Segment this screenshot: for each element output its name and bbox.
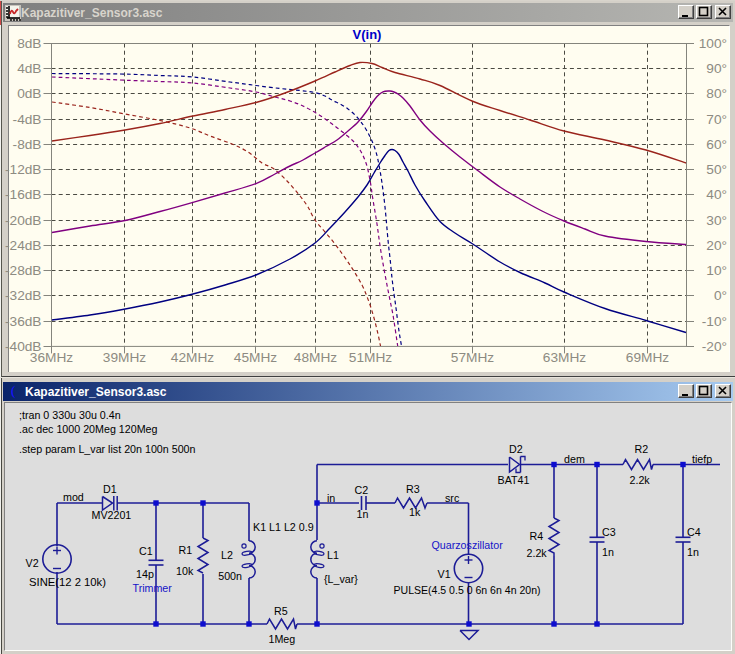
svg-text:C2: C2: [355, 484, 369, 496]
svg-text:1Meg: 1Meg: [269, 633, 296, 645]
svg-text:R3: R3: [406, 483, 420, 495]
svg-text:;tran 0 330u 30u 0.4n: ;tran 0 330u 30u 0.4n: [19, 409, 121, 421]
svg-text:1k: 1k: [409, 506, 421, 518]
svg-text:1n: 1n: [602, 546, 614, 558]
svg-text:mod: mod: [63, 491, 84, 503]
svg-text:1n: 1n: [357, 508, 369, 520]
svg-text:L2: L2: [221, 549, 233, 561]
svg-text:dem: dem: [564, 453, 585, 465]
svg-text:C1: C1: [139, 545, 153, 557]
svg-text:{L_var}: {L_var}: [324, 573, 358, 585]
svg-text:L1: L1: [327, 549, 339, 561]
svg-text:Trimmer: Trimmer: [133, 582, 173, 594]
svg-text:K1 L1 L2 0.9: K1 L1 L2 0.9: [253, 521, 314, 533]
svg-text:R2: R2: [635, 443, 649, 455]
svg-text:in: in: [327, 492, 335, 504]
svg-text:MV2201: MV2201: [92, 509, 132, 521]
svg-text:D1: D1: [103, 483, 117, 495]
svg-text:14p: 14p: [136, 568, 154, 580]
svg-text:1n: 1n: [687, 546, 699, 558]
svg-text:.step param L_var list 20n 100: .step param L_var list 20n 100n 500n: [19, 443, 196, 455]
svg-text:500n: 500n: [218, 570, 242, 582]
svg-text:C4: C4: [687, 526, 701, 538]
svg-text:V2: V2: [26, 557, 39, 569]
svg-text:R1: R1: [179, 544, 193, 556]
svg-text:V1: V1: [438, 568, 451, 580]
svg-text:2.2k: 2.2k: [527, 547, 548, 559]
svg-text:src: src: [445, 492, 460, 504]
svg-text:10k: 10k: [176, 565, 194, 577]
svg-text:C3: C3: [602, 526, 616, 538]
svg-text:R4: R4: [530, 530, 544, 542]
svg-text:.ac dec 1000 20Meg 120Meg: .ac dec 1000 20Meg 120Meg: [19, 423, 157, 435]
svg-text:R5: R5: [274, 605, 288, 617]
svg-text:2.2k: 2.2k: [630, 474, 651, 486]
svg-text:SINE(12 2 10k): SINE(12 2 10k): [29, 576, 106, 588]
svg-text:BAT41: BAT41: [498, 474, 530, 486]
svg-text:tiefp: tiefp: [692, 453, 712, 465]
svg-text:PULSE(4.5 0.5 0 6n 6n 4n 20n): PULSE(4.5 0.5 0 6n 6n 4n 20n): [394, 584, 541, 596]
svg-text:D2: D2: [509, 443, 523, 455]
svg-text:Quarzoszillator: Quarzoszillator: [432, 539, 504, 551]
